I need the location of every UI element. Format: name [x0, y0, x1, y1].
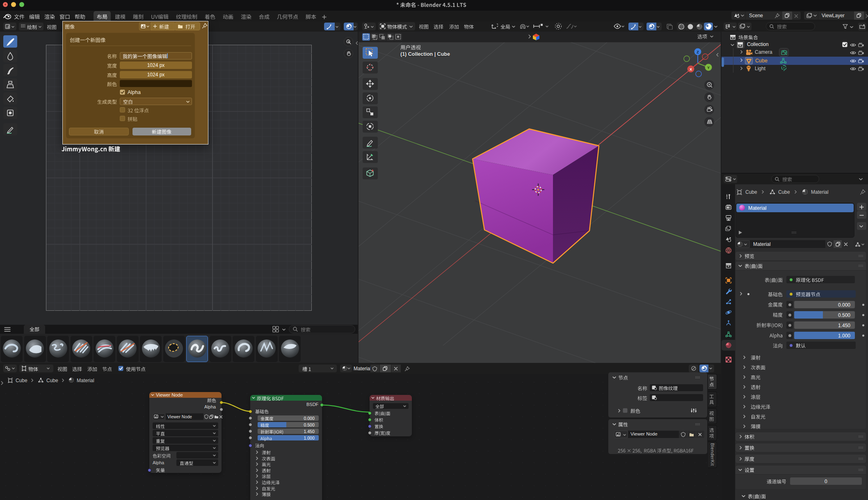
svg-text:Z: Z: [697, 50, 699, 54]
svg-text:X: X: [690, 67, 692, 71]
svg-text:Y: Y: [707, 66, 710, 70]
